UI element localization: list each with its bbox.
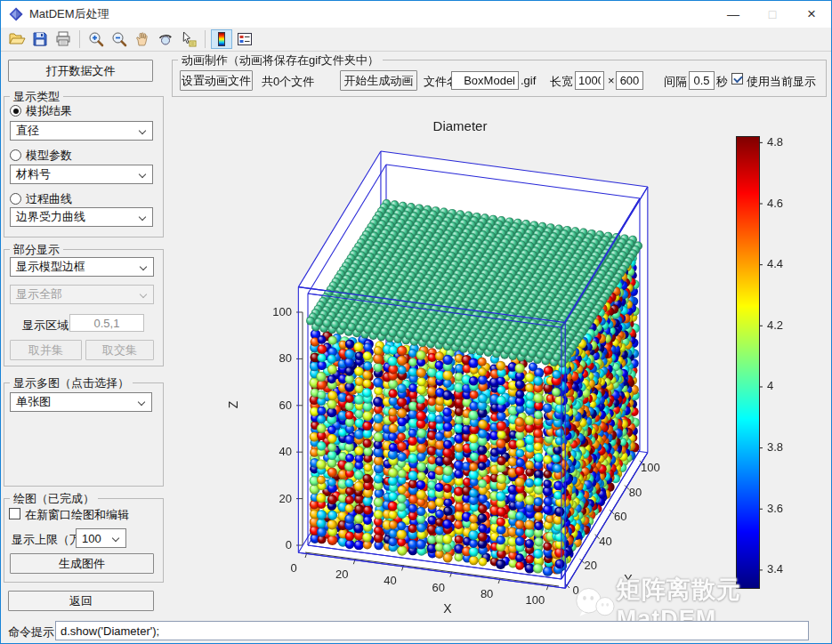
chevron-down-icon: [112, 535, 119, 542]
multi-figure-dropdown-value: 单张图: [16, 394, 51, 410]
generate-figure-button[interactable]: 生成图件: [10, 553, 154, 574]
print-icon[interactable]: [53, 29, 74, 49]
insert-legend-icon[interactable]: [234, 29, 255, 49]
plot-panel-legend: 绘图（已完成）: [10, 491, 98, 507]
chevron-down-icon: [139, 127, 146, 134]
display-range-dropdown[interactable]: 显示全部: [10, 285, 154, 304]
return-button[interactable]: 返回: [8, 591, 154, 611]
model-parameter-dropdown[interactable]: 材料号: [10, 165, 153, 184]
radio-process-curve[interactable]: [10, 193, 21, 205]
radio-simulation-result-label: 模拟结果: [26, 103, 72, 119]
set-animation-files-button[interactable]: 设置动画文件: [180, 70, 253, 91]
process-curve-dropdown[interactable]: 边界受力曲线: [10, 207, 153, 227]
close-icon[interactable]: ×: [792, 1, 831, 28]
maximize-icon[interactable]: □: [753, 1, 792, 28]
animation-panel: 动画制作（动画将保存在gif文件夹中） 设置动画文件 共0个文件 开始生成动画 …: [172, 60, 827, 97]
process-curve-dropdown-value: 边界受力曲线: [16, 209, 85, 225]
multi-figure-dropdown[interactable]: 单张图: [10, 392, 152, 412]
chevron-down-icon: [139, 171, 146, 178]
filename-input[interactable]: [451, 71, 519, 90]
toolbar-separator: [205, 30, 206, 48]
display-limit-value: 100: [82, 532, 101, 545]
open-file-icon[interactable]: [6, 29, 28, 49]
model-frame-dropdown-value: 显示模型边框: [16, 259, 85, 275]
filename-extension: .gif: [521, 74, 536, 87]
display-range-dropdown-value: 显示全部: [16, 286, 62, 302]
use-current-display-label: 使用当前显示: [747, 74, 816, 90]
title-bar: MatDEM后处理 — □ ×: [1, 1, 831, 28]
save-icon[interactable]: [29, 29, 51, 49]
model-frame-dropdown[interactable]: 显示模型边框: [10, 257, 154, 277]
window-title: MatDEM后处理: [29, 6, 109, 22]
chevron-down-icon: [140, 263, 147, 270]
display-limit-dropdown[interactable]: 100: [76, 528, 126, 548]
new-window-plot-checkbox[interactable]: [9, 508, 20, 519]
command-prompt-label: 命令提示: [8, 624, 54, 640]
gif-height-input[interactable]: [616, 71, 643, 90]
union-button[interactable]: 取并集: [10, 340, 82, 360]
chevron-down-icon: [138, 398, 145, 406]
radio-model-parameter[interactable]: [10, 149, 21, 161]
size-label: 长宽: [550, 74, 573, 90]
zoom-out-icon[interactable]: [109, 29, 130, 49]
display-region-input[interactable]: [69, 314, 144, 332]
use-current-display-checkbox[interactable]: [731, 73, 743, 85]
interval-input[interactable]: [689, 71, 715, 90]
gif-width-input[interactable]: [575, 71, 604, 90]
chevron-down-icon: [140, 291, 147, 298]
simulation-result-dropdown-value: 直径: [16, 123, 39, 139]
animation-panel-legend: 动画制作（动画将保存在gif文件夹中）: [178, 52, 383, 68]
multi-figure-legend: 显示多图（点击选择）: [10, 375, 133, 391]
toolbar-separator: [79, 30, 80, 48]
pan-hand-icon[interactable]: [132, 29, 153, 49]
radio-model-parameter-label: 模型参数: [26, 148, 72, 164]
data-cursor-icon[interactable]: [178, 29, 199, 49]
times-symbol: ×: [608, 74, 615, 87]
radio-simulation-result[interactable]: [10, 105, 21, 117]
toolbar: [1, 28, 831, 52]
colorbar-toggle-icon[interactable]: [211, 29, 232, 49]
start-animation-button[interactable]: 开始生成动画: [340, 70, 417, 91]
minimize-icon[interactable]: —: [714, 1, 753, 28]
command-prompt-input[interactable]: [55, 621, 809, 640]
open-data-file-button[interactable]: 打开数据文件: [8, 60, 153, 82]
animation-file-count: 共0个文件: [262, 74, 314, 90]
partial-display-legend: 部分显示: [10, 242, 63, 258]
simulation-result-dropdown[interactable]: 直径: [10, 121, 153, 141]
intersect-button[interactable]: 取交集: [85, 340, 154, 360]
rotate-3d-icon[interactable]: [155, 29, 176, 49]
radio-process-curve-label: 过程曲线: [26, 191, 72, 207]
model-parameter-dropdown-value: 材料号: [16, 166, 51, 182]
zoom-in-icon[interactable]: [85, 29, 107, 49]
matdem-logo-icon: [9, 7, 23, 21]
matdem-postprocess-window: MatDEM后处理 — □ ×: [0, 0, 832, 644]
interval-unit: 秒: [716, 74, 728, 90]
interval-label: 间隔: [664, 74, 687, 90]
3d-plot-canvas[interactable]: [166, 52, 832, 621]
display-region-label: 显示区域: [22, 318, 69, 334]
chevron-down-icon: [139, 213, 146, 221]
new-window-plot-label: 在新窗口绘图和编辑: [25, 507, 129, 523]
